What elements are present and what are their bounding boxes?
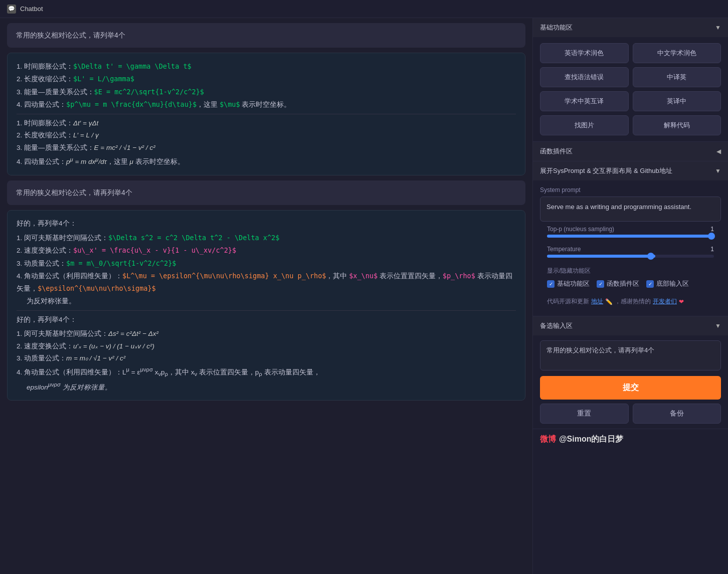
basic-functions-section: 基础功能区 ▼ 英语学术润色 中文学术润色 查找语法错误 中译英 学术中英互译 …: [533, 18, 728, 142]
title-bar-text: Chatbot: [20, 5, 43, 13]
backup-arrow: ▼: [715, 322, 721, 329]
backup-body: 常用的狭义相对论公式，请再列举4个 提交 重置 备份: [533, 335, 728, 429]
cb-basic-icon: ✓: [547, 280, 555, 288]
btn-en-to-zh[interactable]: 英译中: [633, 91, 721, 111]
temperature-row: Temperature 1: [540, 242, 721, 262]
bottom-buttons: 重置 备份: [540, 404, 721, 424]
separator-2: [17, 310, 516, 311]
reset-button[interactable]: 重置: [540, 404, 629, 424]
separator-1: [17, 114, 516, 114]
assistant-message-1: 1. 时间膨胀公式：$\Delta t' = \gamma \Delta t$ …: [7, 53, 525, 175]
basic-functions-title: 基础功能区: [540, 23, 573, 32]
temperature-label: Temperature: [547, 246, 581, 253]
chat-panel: 常用的狭义相对论公式，请列举4个 1. 时间膨胀公式：$\Delta t' = …: [0, 18, 532, 574]
watermark-text: @Simon的白日梦: [559, 434, 624, 445]
chatbot-icon: 💬: [7, 5, 16, 14]
backup-textarea[interactable]: 常用的狭义相对论公式，请再列举4个: [540, 340, 721, 370]
sysprompt-arrow: ▼: [715, 167, 721, 174]
plugin-arrow: ◀: [716, 148, 721, 155]
show-hide-label: 显示/隐藏功能区: [547, 267, 714, 275]
plugin-header[interactable]: 函数插件区 ◀: [533, 142, 728, 161]
btn-academic-translate[interactable]: 学术中英互译: [540, 91, 629, 111]
top-p-thumb: [708, 233, 715, 240]
sidebar: 基础功能区 ▼ 英语学术润色 中文学术润色 查找语法错误 中译英 学术中英互译 …: [532, 18, 728, 574]
copy-button[interactable]: 备份: [633, 404, 721, 424]
btn-chinese-polish[interactable]: 中文学术润色: [633, 43, 721, 63]
sysprompt-header[interactable]: 展开SysPrompt & 交互界面布局 & Github地址 ▼: [533, 161, 728, 180]
top-p-slider[interactable]: [547, 235, 714, 238]
top-p-label: Top-p (nucleus sampling): [547, 226, 614, 233]
backup-section: 备选输入区 ▼ 常用的狭义相对论公式，请再列举4个 提交 重置 备份: [533, 316, 728, 429]
checkbox-basic[interactable]: ✓ 基础功能区: [547, 279, 590, 288]
credits-text: 代码开源和更新: [547, 297, 589, 306]
basic-functions-grid: 英语学术润色 中文学术润色 查找语法错误 中译英 学术中英互译 英译中 找图片 …: [533, 37, 728, 141]
cb-plugin-icon: ✓: [597, 280, 604, 288]
btn-find-image[interactable]: 找图片: [540, 115, 629, 135]
credits-contributors[interactable]: 开发者们: [653, 297, 677, 306]
btn-english-polish[interactable]: 英语学术润色: [540, 43, 629, 63]
plugin-section: 函数插件区 ◀: [533, 142, 728, 161]
cb-basic-label: 基础功能区: [557, 279, 590, 288]
basic-functions-header[interactable]: 基础功能区 ▼: [533, 18, 728, 37]
formula-1-latex: $\Delta t' = \gamma \Delta t$: [73, 62, 192, 70]
weibo-icon: 微博: [540, 434, 556, 445]
basic-functions-arrow: ▼: [715, 24, 721, 31]
checkbox-input[interactable]: ✓ 底部输入区: [646, 279, 689, 288]
main-layout: 常用的狭义相对论公式，请列举4个 1. 时间膨胀公式：$\Delta t' = …: [0, 18, 728, 574]
btn-grammar-check[interactable]: 查找语法错误: [540, 67, 629, 87]
formula-2-latex: $L' = L/\gamma$: [73, 75, 134, 83]
system-prompt-value: Serve me as a writing and programming as…: [547, 203, 691, 211]
intro-line: 好的，再列举4个：: [17, 218, 516, 230]
credits-row: 代码开源和更新 地址 ✏️ ，感谢热情的 开发者们 ❤: [540, 293, 721, 310]
temperature-thumb: [647, 253, 654, 260]
btn-zh-to-en[interactable]: 中译英: [633, 67, 721, 87]
sysprompt-section: 展开SysPrompt & 交互界面布局 & Github地址 ▼ System…: [533, 161, 728, 316]
checkbox-row: ✓ 基础功能区 ✓ 函数插件区 ✓ 底部输入区: [547, 279, 714, 288]
formula-list-latex: 1. 时间膨胀公式：$\Delta t' = \gamma \Delta t$ …: [17, 60, 516, 111]
btn-explain-code[interactable]: 解释代码: [633, 115, 721, 135]
top-p-row: Top-p (nucleus sampling) 1: [540, 222, 721, 242]
formula-list-rendered: 1. 时间膨胀公式：Δt′ = γΔt 2. 长度收缩公式：L′ = L / γ…: [17, 117, 516, 168]
watermark: 微博 @Simon的白日梦: [533, 429, 728, 450]
temperature-value: 1: [710, 246, 714, 253]
sysprompt-title: 展开SysPrompt & 交互界面布局 & Github地址: [540, 166, 672, 175]
sysprompt-body: System prompt Serve me as a writing and …: [533, 180, 728, 316]
top-p-value: 1: [710, 226, 714, 233]
assistant-message-2: 好的，再列举4个： 1. 闵可夫斯基时空间隔公式：$\Delta s^2 = c…: [7, 210, 525, 401]
backup-header[interactable]: 备选输入区 ▼: [533, 316, 728, 335]
temperature-slider[interactable]: [547, 255, 714, 258]
top-p-fill: [547, 235, 714, 238]
system-prompt-box[interactable]: Serve me as a writing and programming as…: [540, 197, 721, 222]
cb-plugin-label: 函数插件区: [607, 279, 639, 288]
formula-3-latex: $E = mc^2/\sqrt{1-v^2/c^2}$: [94, 88, 204, 96]
temperature-fill: [547, 255, 655, 258]
user-message-2-text: 常用的狭义相对论公式，请再列举4个: [16, 188, 132, 197]
checkbox-plugin[interactable]: ✓ 函数插件区: [597, 279, 639, 288]
formula-4-latex: $p^\mu = m \frac{dx^\mu}{d\tau}$: [66, 100, 197, 108]
title-bar: 💬 Chatbot: [0, 0, 728, 18]
intro-line-2: 好的，再列举4个：: [17, 314, 516, 326]
submit-button[interactable]: 提交: [540, 376, 721, 400]
system-prompt-label: System prompt: [540, 186, 721, 194]
cb-input-icon: ✓: [646, 280, 654, 288]
backup-title: 备选输入区: [540, 321, 573, 330]
credits-link[interactable]: 地址: [591, 297, 603, 306]
show-hide-section: 显示/隐藏功能区 ✓ 基础功能区 ✓ 函数插件区 ✓ 底部输入区: [540, 262, 721, 293]
user-message-1: 常用的狭义相对论公式，请列举4个: [7, 23, 525, 48]
user-message-2: 常用的狭义相对论公式，请再列举4个: [7, 180, 525, 205]
plugin-title: 函数插件区: [540, 147, 573, 156]
credits-thanks: ，感谢热情的: [615, 297, 651, 306]
user-message-1-text: 常用的狭义相对论公式，请列举4个: [16, 31, 125, 39]
cb-input-label: 底部输入区: [656, 279, 689, 288]
credits-heart: ❤: [679, 298, 684, 305]
